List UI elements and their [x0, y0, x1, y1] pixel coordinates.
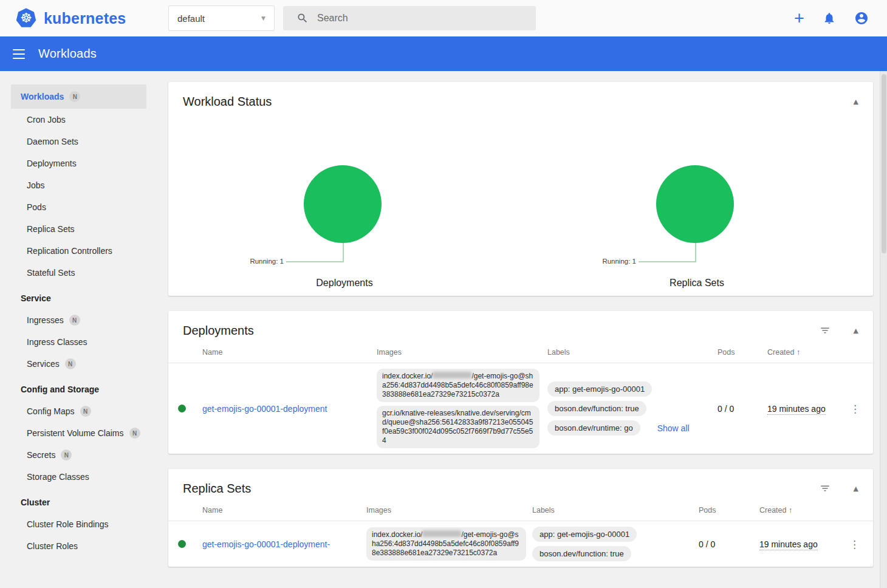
pie-running-slice[interactable] [304, 165, 382, 243]
sidebar-item-storage-classes[interactable]: Storage Classes [0, 466, 156, 488]
new-badge: N [61, 450, 72, 460]
redacted-registry-user [433, 372, 471, 378]
created-timestamp: 19 minutes ago [767, 403, 846, 414]
pods-count: 0 / 0 [717, 404, 767, 414]
table-header: Name Images Labels Pods Created ↑ [168, 341, 873, 363]
sidebar-item-stateful-sets[interactable]: Stateful Sets [0, 262, 156, 284]
sidebar-item-services[interactable]: Services N [0, 353, 156, 375]
account-circle-icon [854, 11, 869, 26]
sidebar-item-cluster-role-bindings[interactable]: Cluster Role Bindings [0, 513, 156, 535]
sidebar-item-daemon-sets[interactable]: Daemon Sets [0, 131, 156, 152]
replica-set-name-link[interactable]: get-emojis-go-00001-deployment- [202, 539, 366, 549]
column-header-images[interactable]: Images [366, 506, 532, 514]
column-header-labels[interactable]: Labels [547, 348, 717, 357]
sidebar-item-replica-sets[interactable]: Replica Sets [0, 218, 156, 240]
create-resource-button[interactable]: + [794, 10, 804, 27]
namespace-selector[interactable]: default ▼ [168, 5, 275, 31]
sidebar-item-ingresses[interactable]: Ingresses N [0, 309, 156, 331]
column-header-name[interactable]: Name [202, 348, 377, 357]
card-title: Workload Status [183, 94, 830, 109]
scrollbar-track[interactable] [880, 71, 887, 588]
pie-callout-line [639, 261, 696, 262]
sidebar-item-label: Replica Sets [27, 224, 75, 234]
collapse-card-button[interactable]: ▲ [854, 98, 858, 106]
search-bar[interactable] [283, 6, 536, 30]
sidebar-item-label: Stateful Sets [27, 268, 75, 278]
images-cell: index.docker.io//get-emojis-go@sha256:4d… [366, 527, 532, 561]
menu-button[interactable] [13, 47, 25, 60]
collapse-card-button[interactable]: ▲ [854, 485, 858, 493]
account-button[interactable] [854, 11, 869, 26]
sidebar-item-label: Config Maps [27, 406, 75, 416]
sidebar-item-label: Ingresses [27, 315, 64, 325]
sidebar-item-label: Replication Controllers [27, 246, 112, 256]
ship-wheel-glyph: ☸ [20, 12, 32, 25]
sidebar-item-persistent-volume-claims[interactable]: Persistent Volume Claims N [0, 422, 156, 444]
column-header-pods[interactable]: Pods [717, 348, 767, 357]
column-header-labels[interactable]: Labels [532, 506, 699, 514]
label-chip: boson.dev/function: true [532, 546, 631, 561]
sidebar-item-label: Storage Classes [27, 472, 89, 482]
replica-sets-card: Replica Sets ▲ Name Images Labels Pods [168, 469, 873, 567]
sidebar-item-pods[interactable]: Pods [0, 196, 156, 218]
sidebar-section-label: Service [21, 293, 51, 303]
sidebar-item-replication-controllers[interactable]: Replication Controllers [0, 240, 156, 262]
sidebar-item-label: Workloads [21, 92, 64, 101]
column-header-name[interactable]: Name [202, 506, 366, 514]
column-header-created[interactable]: Created ↑ [759, 506, 838, 514]
sidebar-item-deployments[interactable]: Deployments [0, 152, 156, 174]
sort-ascending-icon: ↑ [789, 506, 792, 514]
sidebar-item-ingress-classes[interactable]: Ingress Classes [0, 331, 156, 353]
new-badge: N [80, 406, 91, 417]
search-input[interactable] [317, 13, 529, 24]
scrollbar-thumb[interactable] [882, 74, 886, 253]
filter-list-icon [820, 325, 830, 336]
sidebar-item-label: Cron Jobs [27, 115, 66, 125]
image-chip: gcr.io/knative-releases/knative.dev/serv… [377, 406, 539, 448]
namespace-value: default [177, 13, 261, 24]
top-app-bar: ☸ kubernetes default ▼ + [0, 0, 887, 36]
pods-count: 0 / 0 [699, 539, 759, 549]
column-header-images[interactable]: Images [377, 348, 547, 357]
brand-title: kubernetes [44, 10, 126, 27]
collapse-card-button[interactable]: ▲ [854, 327, 858, 335]
sidebar-item-label: Deployments [27, 159, 77, 168]
sidebar-item-jobs[interactable]: Jobs [0, 174, 156, 196]
sidebar-item-config-maps[interactable]: Config Maps N [0, 400, 156, 422]
pie-legend: Running: 1 [250, 258, 284, 265]
filter-button[interactable] [820, 483, 830, 494]
sidebar-item-label: Cluster Roles [27, 541, 78, 551]
deployment-name-link[interactable]: get-emojis-go-00001-deployment [202, 404, 377, 414]
content-area: Workload Status ▲ Running: 1 Deployments [156, 71, 887, 588]
brand[interactable]: ☸ kubernetes [0, 8, 156, 29]
sidebar-item-label: Cluster Role Bindings [27, 519, 109, 529]
sidebar-item-workloads[interactable]: Workloads N [11, 84, 146, 109]
sidebar-item-cluster-roles[interactable]: Cluster Roles [0, 535, 156, 557]
sidebar-item-cron-jobs[interactable]: Cron Jobs [0, 109, 156, 131]
row-actions-menu-button[interactable]: ⋮ [846, 403, 864, 415]
column-header-created[interactable]: Created ↑ [767, 348, 846, 357]
sidebar-item-secrets[interactable]: Secrets N [0, 444, 156, 466]
sidebar-section-cluster: Cluster [0, 491, 156, 513]
kubernetes-logo-icon: ☸ [15, 8, 37, 29]
label-chip: boson.dev/runtime: go [547, 420, 640, 436]
sidebar-nav: Workloads N Cron Jobs Daemon Sets Deploy… [0, 71, 156, 588]
status-running-icon [178, 405, 186, 412]
sidebar-item-label: Services [27, 359, 60, 369]
labels-cell: app: get-emojis-go-00001 boson.dev/funct… [547, 381, 717, 436]
sidebar-item-label: Daemon Sets [27, 137, 78, 146]
column-header-pods[interactable]: Pods [699, 506, 759, 514]
sidebar-item-label: Pods [27, 202, 46, 212]
sidebar-item-label: Jobs [27, 180, 45, 190]
show-all-labels-link[interactable]: Show all [657, 423, 690, 433]
label-chip: app: get-emojis-go-00001 [532, 527, 637, 542]
notifications-button[interactable] [823, 12, 836, 25]
image-chip: index.docker.io//get-emojis-go@sha256:4d… [377, 369, 539, 402]
images-cell: index.docker.io//get-emojis-go@sha256:4d… [377, 369, 547, 448]
row-actions-menu-button[interactable]: ⋮ [846, 538, 863, 550]
chevron-down-icon: ▼ [261, 15, 265, 21]
pie-running-slice[interactable] [656, 165, 734, 243]
new-badge: N [69, 91, 80, 102]
table-row: get-emojis-go-00001-deployment index.doc… [168, 363, 873, 454]
filter-button[interactable] [820, 325, 830, 336]
